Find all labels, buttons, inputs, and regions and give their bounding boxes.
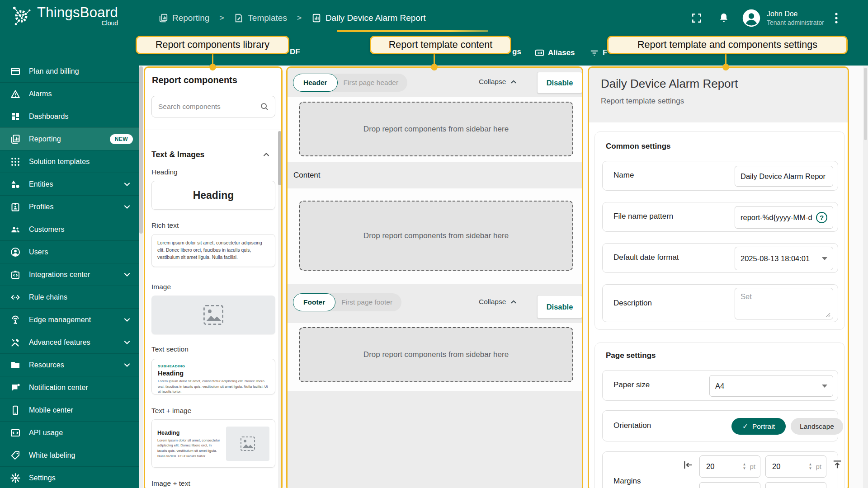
component-heading-preview[interactable]: Heading <box>151 181 275 210</box>
api-code-icon <box>10 427 21 438</box>
preview-body: Lorem ipsum dolor sit amet, consectetur … <box>157 438 222 459</box>
sidebar-item-customers[interactable]: Customers <box>0 218 139 240</box>
portrait-toggle[interactable]: ✓ Portrait <box>731 418 786 435</box>
component-text-section-preview[interactable]: SUBHEADING Heading Lorem ipsum dolor sit… <box>151 359 275 394</box>
header-dropzone[interactable]: Drop report components from sidebar here <box>299 102 573 156</box>
search-icon <box>259 102 269 112</box>
stepper-arrows[interactable]: ▲▼ <box>809 463 812 470</box>
margin-input-1[interactable]: 20 ▲▼ pt <box>699 455 760 478</box>
toolbar-title-fragment: DF <box>290 47 300 56</box>
sidebar-item-reporting[interactable]: Reporting NEW <box>0 127 139 150</box>
antenna-icon <box>10 314 21 325</box>
components-scrollbar-thumb[interactable] <box>278 131 281 185</box>
shapes-icon <box>10 179 21 190</box>
sidebar-item-rule-chains[interactable]: Rule chains <box>0 286 139 308</box>
thingsboard-logo-icon <box>10 4 33 28</box>
callout-report-template-settings: Report template and components settings <box>607 36 848 54</box>
components-panel-title: Report components <box>152 75 237 85</box>
footer-chip[interactable]: Footer <box>293 293 335 311</box>
chevron-down-icon <box>123 180 132 189</box>
sidebar-item-api-usage[interactable]: API usage <box>0 421 139 444</box>
sidebar-item-advanced-features[interactable]: Advanced features <box>0 331 139 353</box>
file-name-pattern-input[interactable]: report-%d{yyyy-MM-d ? <box>735 206 833 229</box>
callout-dot <box>209 64 216 70</box>
header-collapse-button[interactable]: Collapse <box>479 78 518 86</box>
aliases-button[interactable]: Aliases <box>534 47 575 58</box>
sidebar-item-white-labeling[interactable]: White labeling <box>0 444 139 466</box>
sidebar-item-settings[interactable]: Settings <box>0 466 139 488</box>
brand[interactable]: ThingsBoard Cloud <box>10 4 118 28</box>
description-label: Description <box>613 299 652 308</box>
component-rich-text-preview[interactable]: Lorem ipsum dolor sit amet, consectetur … <box>151 234 275 267</box>
margin-input-4[interactable] <box>765 482 826 488</box>
content-dropzone[interactable]: Drop report components from sidebar here <box>299 201 573 271</box>
report-icon <box>311 13 321 23</box>
toolbar-settings-fragment[interactable]: gs <box>512 47 521 56</box>
header-chip[interactable]: Header <box>293 74 338 92</box>
header-disable-button[interactable]: Disable <box>537 72 582 94</box>
component-text-image-preview[interactable]: Heading Lorem ipsum dolor sit amet, cons… <box>151 419 275 468</box>
page-settings-heading: Page settings <box>606 351 656 360</box>
report-components-panel: Report components Text & Images Heading … <box>144 66 283 488</box>
section-text-and-images[interactable]: Text & Images <box>151 150 204 160</box>
help-icon[interactable]: ? <box>816 212 827 223</box>
sidebar-scrollbar-thumb[interactable] <box>139 66 143 234</box>
margins-row: Margins 20 ▲▼ pt 20 ▲▼ pt <box>602 451 838 488</box>
breadcrumb-templates[interactable]: Templates <box>234 13 287 23</box>
footer-collapse-button[interactable]: Collapse <box>479 298 518 306</box>
sidebar-item-mobile-center[interactable]: Mobile center <box>0 399 139 421</box>
default-date-format-row: Default date format 2025-08-13 18:04:01 <box>602 243 838 273</box>
footer-dropzone[interactable]: Drop report components from sidebar here <box>299 327 573 382</box>
page-scrollbar-thumb[interactable] <box>864 68 867 140</box>
sidebar-item-notification-center[interactable]: Notification center <box>0 376 139 399</box>
component-label-image-text: Image + text <box>151 479 190 488</box>
description-textarea[interactable]: Set <box>735 288 833 319</box>
callout-report-components-library: Report components library <box>136 36 289 54</box>
user-info[interactable]: John Doe Tenant administrator <box>767 9 824 27</box>
chevron-down-icon <box>822 385 827 388</box>
breadcrumb-current-report[interactable]: Daily Device Alarm Report <box>311 13 426 23</box>
chevron-up-icon <box>509 298 518 306</box>
kebab-menu-icon[interactable] <box>824 12 844 24</box>
name-input[interactable]: Daily Device Alarm Repor <box>735 166 833 187</box>
fullscreen-icon[interactable] <box>684 12 710 24</box>
avatar[interactable] <box>741 8 761 28</box>
margin-input-2[interactable]: 20 ▲▼ pt <box>765 455 826 478</box>
sidebar-item-alarms[interactable]: Alarms <box>0 82 139 105</box>
file-name-pattern-label: File name pattern <box>613 212 673 221</box>
filters-button[interactable]: F <box>589 47 607 58</box>
aliases-icon <box>534 47 545 58</box>
chevron-up-icon[interactable] <box>262 150 271 159</box>
default-date-format-select[interactable]: 2025-08-13 18:04:01 <box>735 247 833 270</box>
sidebar-item-solution-templates[interactable]: Solution templates <box>0 150 139 173</box>
credit-card-icon <box>10 66 21 77</box>
sidebar-item-users[interactable]: Users <box>0 240 139 263</box>
chevron-down-icon <box>123 338 132 347</box>
settings-subtitle: Report template settings <box>601 97 684 106</box>
breadcrumb-reporting[interactable]: Reporting <box>158 13 209 23</box>
paper-size-select[interactable]: A4 <box>709 375 833 397</box>
content-section-label: Content <box>293 171 321 180</box>
label-tag-icon <box>10 450 21 461</box>
sidebar-item-entities[interactable]: Entities <box>0 173 139 195</box>
notifications-bell-icon[interactable] <box>710 12 738 24</box>
first-page-footer-chip[interactable]: First page footer <box>341 298 392 306</box>
components-search[interactable] <box>151 96 275 117</box>
sidebar-item-profiles[interactable]: Profiles <box>0 195 139 218</box>
margin-input-3[interactable] <box>699 482 760 488</box>
resize-handle-icon[interactable] <box>826 313 830 317</box>
sidebar-item-dashboards[interactable]: Dashboards <box>0 105 139 127</box>
search-input[interactable] <box>158 103 259 111</box>
footer-disable-button[interactable]: Disable <box>537 295 582 319</box>
component-image-preview[interactable] <box>151 296 275 334</box>
report-template-settings-panel: Daily Device Alarm Report Report templat… <box>588 66 849 488</box>
sidebar-item-resources[interactable]: Resources <box>0 353 139 376</box>
landscape-toggle[interactable]: Landscape <box>791 418 843 435</box>
first-page-header-chip[interactable]: First page header <box>344 79 399 87</box>
templates-icon <box>234 13 244 23</box>
chevron-up-icon <box>509 78 518 86</box>
sidebar-item-edge-management[interactable]: Edge management <box>0 308 139 331</box>
people-icon <box>10 224 21 235</box>
stepper-arrows[interactable]: ▲▼ <box>743 463 746 470</box>
sidebar-item-integrations-center[interactable]: Integrations center <box>0 263 139 286</box>
